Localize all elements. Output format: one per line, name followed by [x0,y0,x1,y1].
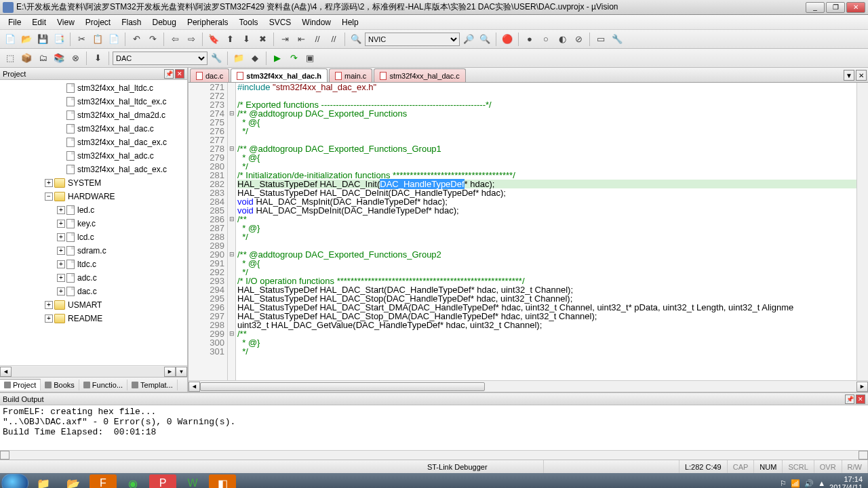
menu-project[interactable]: Project [80,16,116,28]
bookmark-next-button[interactable]: ⬇ [239,32,254,47]
tree-item[interactable]: +adc.c [0,271,187,285]
editor-scroll-right-icon[interactable]: ► [856,382,868,392]
bp-disable-button[interactable]: ◐ [555,32,570,47]
bp-kill-button[interactable]: ⊘ [571,32,586,47]
bp-enable-button[interactable]: ○ [538,32,553,47]
taskbar-app-4[interactable]: ◉ [119,474,146,488]
open-button[interactable]: 📂 [19,32,34,47]
panel-tab-books[interactable]: Books [41,380,79,390]
manage-button[interactable]: ◆ [248,51,262,66]
build-output-text[interactable]: FromELF: creating hex file... "..\OBJ\DA… [0,405,868,450]
editor-scroll-left-icon[interactable]: ◄ [189,382,200,392]
tree-item[interactable]: stm32f4xx_hal_ltdc_ex.c [0,95,187,108]
taskbar-app-7[interactable]: ◧ [209,474,236,488]
batch-build-button[interactable]: 📚 [52,51,66,66]
editor-hscroll[interactable]: ◄ ► [189,380,868,392]
build-hscroll[interactable] [0,450,868,460]
start-button[interactable] [1,474,28,488]
paste-button[interactable]: 📄 [106,32,121,47]
translate-button[interactable]: ⬚ [3,51,18,66]
expand-icon[interactable]: + [57,206,65,214]
tray-clock[interactable]: 17:14 2017/4/11 [829,475,863,488]
expand-icon[interactable]: + [57,247,65,255]
tree-item[interactable]: stm32f4xx_hal_ltdc.c [0,81,187,95]
editor-tab[interactable]: stm32f4xx_hal_dac.h [231,68,328,82]
expand-icon[interactable]: + [57,233,65,241]
editor-tab[interactable]: main.c [329,68,372,82]
tree-item[interactable]: +key.c [0,217,187,230]
minimize-button[interactable]: _ [806,2,825,13]
close-button[interactable]: ✕ [846,2,865,13]
scroll-left-icon[interactable]: ◄ [0,367,12,377]
code-content[interactable]: #include "stm32f4xx_hal_dac_ex.h"/* Expo… [236,83,856,380]
bp-insert-button[interactable]: ● [522,32,537,47]
tray-volume-icon[interactable]: 🔊 [804,479,814,488]
cut-button[interactable]: ✂ [74,32,89,47]
tree-item[interactable]: +dac.c [0,285,187,298]
tree-item[interactable]: +sdram.c [0,244,187,258]
save-all-button[interactable]: 📑 [52,32,66,47]
tree-item[interactable]: +SYSTEM [0,176,187,190]
taskbar-app-1[interactable]: 📁 [30,474,57,488]
window-list-button[interactable]: ▭ [593,32,608,47]
taskbar-app-6[interactable]: W [179,474,206,488]
taskbar-app-5[interactable]: P [149,474,176,488]
config-button[interactable]: 🔧 [610,32,625,47]
tree-item[interactable]: +README [0,312,187,325]
menu-window[interactable]: Window [296,16,336,28]
tree-item[interactable]: +USMART [0,298,187,312]
options-button[interactable]: 🔧 [209,51,224,66]
panel-pin-button[interactable]: 📌 [164,69,174,79]
copy-button[interactable]: 📋 [90,32,105,47]
expand-icon[interactable]: + [45,179,53,187]
fold-column[interactable]: ⊟⊟⊟⊟⊟ [228,83,236,380]
step-over-button[interactable]: ↷ [286,51,301,66]
uncomment-button[interactable]: // [326,32,341,47]
taskbar-app-2[interactable]: 📂 [60,474,87,488]
menu-help[interactable]: Help [336,16,364,28]
new-file-button[interactable]: 📄 [3,32,18,47]
tray-network-icon[interactable]: 📶 [791,479,800,488]
menu-debug[interactable]: Debug [147,16,182,28]
build-scroll-left[interactable] [0,451,9,460]
bookmark-button[interactable]: 🔖 [206,32,221,47]
scroll-combo[interactable]: ▼ [176,367,187,377]
expand-icon[interactable]: + [45,301,53,309]
project-tree[interactable]: stm32f4xx_hal_ltdc.cstm32f4xx_hal_ltdc_e… [0,80,187,365]
save-button[interactable]: 💾 [35,32,50,47]
project-hscroll[interactable]: ◄ ► ▼ [0,365,187,377]
find-icon[interactable]: 🔍 [349,32,363,47]
scroll-right-icon[interactable]: ► [164,367,176,377]
build-button[interactable]: 📦 [19,51,34,66]
debug-button[interactable]: 🔴 [500,32,515,47]
download-button[interactable]: ⬇ [90,51,105,66]
menu-svcs[interactable]: SVCS [264,16,297,28]
editor-tab[interactable]: dac.c [190,68,229,82]
expand-icon[interactable]: + [57,260,65,268]
stop-build-button[interactable]: ⊗ [68,51,83,66]
editor-vscroll[interactable] [856,83,868,380]
code-editor[interactable]: 2712722732742752762772782792802812822832… [189,83,868,380]
run-button[interactable]: ▣ [302,51,317,66]
panel-tab-templat[interactable]: Templat... [127,380,178,390]
expand-icon[interactable]: + [45,314,53,323]
tab-list-button[interactable]: ▼ [844,70,854,81]
tree-item[interactable]: stm32f4xx_hal_dma2d.c [0,108,187,122]
bookmark-prev-button[interactable]: ⬆ [222,32,237,47]
tray-flag-icon[interactable]: ⚐ [780,479,787,488]
menu-view[interactable]: View [52,16,80,28]
maximize-button[interactable]: ❐ [826,2,845,13]
fold-toggle-icon[interactable]: ⊟ [228,329,235,338]
fold-toggle-icon[interactable]: ⊟ [228,250,235,259]
tree-item[interactable]: stm32f4xx_hal_adc.c [0,149,187,163]
menu-peripherals[interactable]: Peripherals [182,16,234,28]
editor-scroll-thumb[interactable] [200,382,485,391]
editor-tab[interactable]: stm32f4xx_hal_dac.c [374,68,465,82]
outdent-button[interactable]: ⇤ [294,32,309,47]
redo-button[interactable]: ↷ [145,32,160,47]
target-combo[interactable]: DAC [113,52,208,65]
tree-item[interactable]: +ltdc.c [0,258,187,271]
panel-close-button[interactable]: ✕ [175,69,184,79]
tree-item[interactable]: stm32f4xx_hal_dac.c [0,122,187,136]
tab-close-button[interactable]: ✕ [856,70,867,81]
